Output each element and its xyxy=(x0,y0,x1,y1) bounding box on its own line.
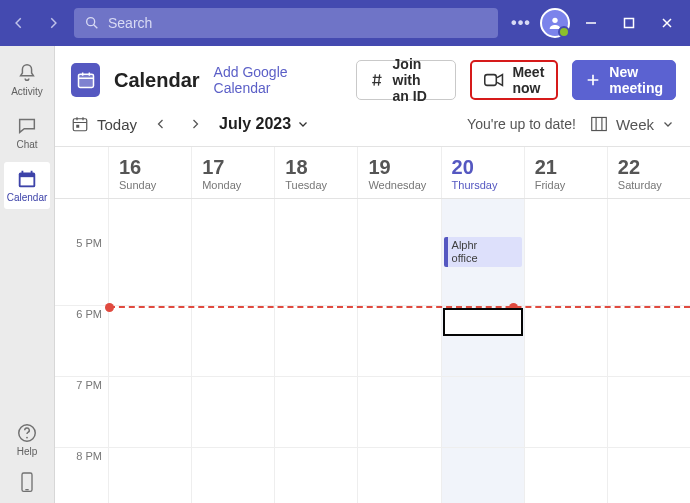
grid-cell[interactable] xyxy=(192,306,275,376)
day-header-sat[interactable]: 22 Saturday xyxy=(608,147,690,198)
month-picker[interactable]: July 2023 xyxy=(219,115,309,133)
grid-cell[interactable] xyxy=(525,377,608,447)
bell-icon xyxy=(16,62,38,84)
maximize-icon xyxy=(623,17,635,29)
search-field[interactable] xyxy=(74,8,498,38)
grid-cell[interactable] xyxy=(109,448,192,503)
window-maximize-button[interactable] xyxy=(612,6,646,40)
svg-point-6 xyxy=(26,437,28,439)
grid-cell[interactable] xyxy=(275,199,358,235)
svg-rect-12 xyxy=(76,125,79,128)
rail-device[interactable] xyxy=(17,471,37,495)
meet-now-button[interactable]: Meet now xyxy=(470,60,558,100)
device-icon xyxy=(17,471,37,495)
grid-cell[interactable] xyxy=(608,235,690,305)
video-icon xyxy=(484,72,504,88)
selected-time-slot[interactable] xyxy=(443,308,523,336)
window-close-button[interactable] xyxy=(650,6,684,40)
grid-cell[interactable] xyxy=(358,306,441,376)
calendar-event[interactable]: Alphr office xyxy=(444,237,522,267)
grid-row xyxy=(55,199,690,235)
calendar-grid[interactable]: 5 PM Alphr office 6 PM xyxy=(55,199,690,503)
grid-cell[interactable] xyxy=(192,377,275,447)
svg-rect-2 xyxy=(625,19,634,28)
today-button[interactable]: Today xyxy=(71,115,137,133)
prev-period-button[interactable] xyxy=(151,114,171,134)
day-name: Monday xyxy=(202,179,264,191)
add-google-calendar-link[interactable]: Add Google Calendar xyxy=(214,64,329,96)
nav-back-button[interactable] xyxy=(6,10,32,36)
svg-rect-8 xyxy=(78,74,93,87)
rail-activity[interactable]: Activity xyxy=(4,56,50,103)
grid-cell[interactable] xyxy=(525,235,608,305)
grid-cell[interactable] xyxy=(525,306,608,376)
svg-point-1 xyxy=(552,18,557,23)
nav-forward-button[interactable] xyxy=(40,10,66,36)
grid-cell[interactable] xyxy=(109,377,192,447)
day-name: Saturday xyxy=(618,179,680,191)
grid-cell[interactable] xyxy=(192,448,275,503)
svg-rect-13 xyxy=(592,117,607,130)
grid-cell[interactable] xyxy=(275,306,358,376)
grid-row: 8 PM xyxy=(55,448,690,503)
join-with-id-button[interactable]: Join with an ID xyxy=(356,60,456,100)
day-header-fri[interactable]: 21 Friday xyxy=(525,147,608,198)
day-number: 22 xyxy=(618,156,680,179)
grid-cell[interactable] xyxy=(608,377,690,447)
next-period-button[interactable] xyxy=(185,114,205,134)
grid-cell-today[interactable] xyxy=(442,448,525,503)
grid-cell[interactable] xyxy=(525,448,608,503)
grid-cell-today[interactable] xyxy=(442,377,525,447)
rail-chat[interactable]: Chat xyxy=(4,109,50,156)
view-selector[interactable]: Week xyxy=(590,116,674,133)
ellipsis-icon: ••• xyxy=(511,14,531,32)
day-header-thu[interactable]: 20 Thursday xyxy=(442,147,525,198)
chevron-right-icon xyxy=(189,118,201,130)
user-avatar[interactable] xyxy=(540,8,570,38)
grid-cell[interactable] xyxy=(525,199,608,235)
grid-cell[interactable] xyxy=(109,199,192,235)
meet-now-line2: now xyxy=(512,80,544,96)
day-number: 16 xyxy=(119,156,181,179)
grid-cell[interactable] xyxy=(358,448,441,503)
page-title: Calendar xyxy=(114,69,200,92)
rail-help[interactable]: Help xyxy=(4,416,50,463)
day-header-sun[interactable]: 16 Sunday xyxy=(109,147,192,198)
grid-cell[interactable] xyxy=(192,199,275,235)
day-header-row: 16 Sunday 17 Monday 18 Tuesday 19 Wednes… xyxy=(55,147,690,199)
more-options-button[interactable]: ••• xyxy=(506,8,536,38)
day-header-tue[interactable]: 18 Tuesday xyxy=(275,147,358,198)
grid-cell[interactable] xyxy=(275,235,358,305)
event-title-line2: office xyxy=(452,252,518,265)
search-input[interactable] xyxy=(108,15,488,31)
grid-cell[interactable] xyxy=(608,448,690,503)
window-minimize-button[interactable] xyxy=(574,6,608,40)
current-time-indicator xyxy=(109,306,690,308)
now-dot-left xyxy=(105,303,114,312)
grid-cell[interactable] xyxy=(275,448,358,503)
grid-cell[interactable] xyxy=(109,235,192,305)
grid-cell-today[interactable]: Alphr office xyxy=(442,235,525,305)
grid-cell[interactable] xyxy=(358,235,441,305)
time-gutter-header xyxy=(55,147,109,198)
grid-cell[interactable] xyxy=(608,306,690,376)
calendar-badge-icon xyxy=(76,70,96,90)
join-id-line2: an ID xyxy=(393,88,444,104)
new-meeting-button[interactable]: New meeting xyxy=(572,60,676,100)
day-header-mon[interactable]: 17 Monday xyxy=(192,147,275,198)
calendar-app-icon xyxy=(71,63,100,97)
chat-icon xyxy=(16,115,38,137)
grid-cell[interactable] xyxy=(358,377,441,447)
grid-cell[interactable] xyxy=(109,306,192,376)
grid-cell[interactable] xyxy=(275,377,358,447)
day-name: Sunday xyxy=(119,179,181,191)
chevron-down-icon xyxy=(297,118,309,130)
day-number: 21 xyxy=(535,156,597,179)
grid-cell[interactable] xyxy=(358,199,441,235)
grid-cell-today[interactable] xyxy=(442,199,525,235)
plus-icon xyxy=(585,72,601,88)
rail-calendar[interactable]: Calendar xyxy=(4,162,50,209)
day-header-wed[interactable]: 19 Wednesday xyxy=(358,147,441,198)
grid-cell[interactable] xyxy=(608,199,690,235)
grid-cell[interactable] xyxy=(192,235,275,305)
